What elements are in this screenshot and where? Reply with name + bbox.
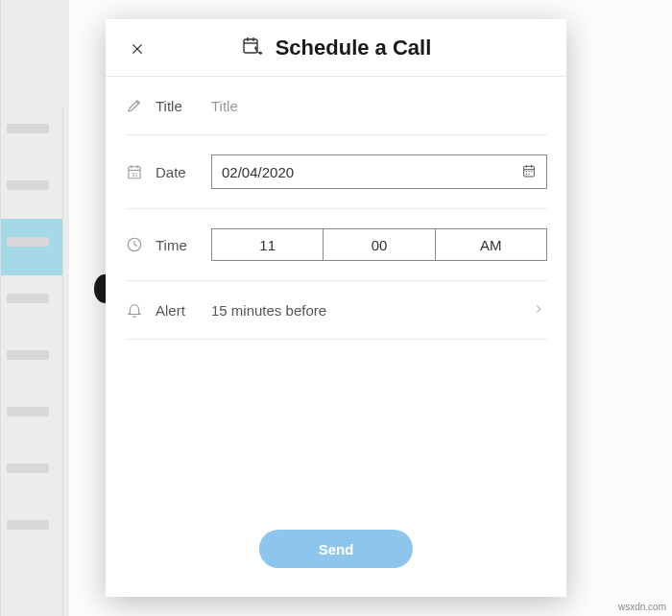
sidebar-item[interactable]: [1, 332, 62, 389]
alert-label: Alert: [156, 302, 185, 319]
time-period-select[interactable]: AM: [436, 229, 546, 260]
watermark: wsxdn.com: [618, 602, 666, 612]
pencil-icon: [125, 96, 144, 115]
send-button[interactable]: Send: [259, 530, 413, 568]
bell-icon: [125, 300, 144, 320]
sidebar-item[interactable]: [1, 275, 62, 332]
calendar-icon: 31: [125, 162, 144, 181]
clock-icon: [125, 235, 144, 254]
schedule-call-icon: [241, 35, 264, 61]
sidebar-item[interactable]: [1, 389, 62, 445]
close-button[interactable]: [127, 38, 148, 59]
date-value: 02/04/2020: [222, 164, 294, 180]
sidebar-item[interactable]: [1, 502, 62, 558]
title-row: Title: [125, 77, 547, 135]
modal-body: Title 31 Date 02/04/2020: [106, 77, 566, 597]
modal-header: Schedule a Call: [106, 19, 566, 77]
chevron-right-icon: [532, 302, 547, 318]
alert-row[interactable]: Alert 15 minutes before: [125, 281, 547, 340]
time-minute-select[interactable]: 00: [324, 229, 435, 260]
date-row: 31 Date 02/04/2020: [125, 135, 547, 209]
title-label: Title: [156, 98, 182, 114]
date-label: Date: [156, 164, 186, 180]
calendar-picker-icon[interactable]: [521, 163, 537, 181]
time-picker: 11 00 AM: [211, 228, 547, 261]
modal-title: Schedule a Call: [276, 36, 432, 60]
time-label: Time: [156, 237, 187, 253]
title-input[interactable]: [211, 98, 547, 114]
spacer: [125, 340, 547, 510]
sidebar-item[interactable]: [1, 162, 62, 219]
schedule-call-modal: Schedule a Call Title 31 Date: [106, 19, 566, 597]
sidebar-list: [1, 106, 63, 616]
svg-line-23: [134, 245, 137, 247]
time-hour-select[interactable]: 11: [212, 229, 324, 260]
sidebar-item[interactable]: [1, 445, 62, 502]
close-icon: [130, 41, 145, 57]
sidebar: [0, 0, 69, 616]
modal-footer: Send: [125, 510, 547, 597]
svg-text:31: 31: [132, 172, 138, 178]
sidebar-item[interactable]: [1, 106, 62, 162]
svg-rect-2: [244, 39, 257, 53]
date-input[interactable]: 02/04/2020: [211, 154, 547, 189]
time-row: Time 11 00 AM: [125, 209, 547, 281]
sidebar-item[interactable]: [1, 219, 62, 275]
alert-value: 15 minutes before: [211, 302, 326, 319]
